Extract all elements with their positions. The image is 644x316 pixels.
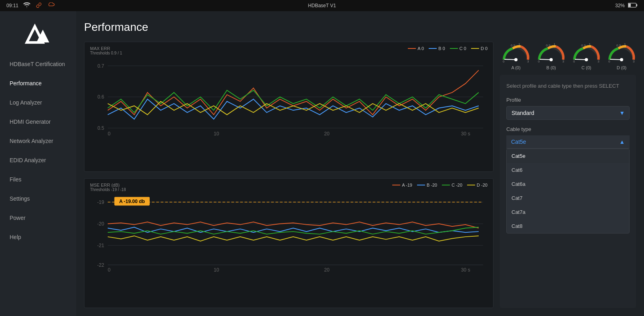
gauge-c: 0 0.9 1 3 C (0) — [570, 42, 602, 70]
legend-a-max: A 0 — [408, 46, 424, 51]
cable-type-list: Cat5e Cat6 Cat6a Cat7 Cat7a Cat8 — [506, 149, 630, 233]
cable-option-cat6a[interactable]: Cat6a — [507, 177, 629, 191]
chart-legend-max: A 0 B 0 C 0 — [408, 46, 488, 51]
cable-option-cat8[interactable]: Cat8 — [507, 219, 629, 233]
chart-title-mse: MSE ERR (dB) — [90, 183, 126, 187]
svg-point-31 — [514, 58, 518, 61]
chart-header-max: MAX ERR Thresholds 0.9 / 1 A 0 B 0 — [90, 46, 488, 55]
svg-rect-1 — [628, 3, 631, 7]
legend-c-mse: C -20 — [442, 183, 462, 187]
status-time: 09:11 — [6, 3, 18, 8]
svg-text:3: 3 — [562, 60, 564, 63]
max-err-chart: MAX ERR Thresholds 0.9 / 1 A 0 B 0 — [84, 42, 494, 172]
status-bar-right: 32% — [615, 3, 638, 9]
battery-icon — [628, 3, 638, 9]
svg-text:0.9: 0.9 — [581, 44, 586, 47]
profile-label: Profile — [506, 97, 630, 103]
profile-field: Profile Standard ▼ — [506, 97, 630, 120]
svg-text:0: 0 — [108, 131, 110, 137]
sidebar-item-settings[interactable]: Settings — [0, 189, 76, 208]
chart-legend-mse: A -19 B -20 C -20 — [392, 183, 488, 187]
status-bar-center: HDBaseT V1 — [308, 3, 336, 8]
svg-text:0: 0 — [608, 60, 610, 63]
profile-select-wrapper[interactable]: Standard ▼ — [506, 106, 630, 120]
sidebar-item-hdmi-generator[interactable]: HDMI Generator — [0, 112, 76, 131]
legend-d-mse: D -20 — [467, 183, 488, 187]
cable-option-cat7[interactable]: Cat7 — [507, 191, 629, 205]
svg-text:-21: -21 — [97, 243, 104, 248]
sidebar-item-files[interactable]: Files — [0, 170, 76, 189]
battery-level: 32% — [615, 3, 625, 8]
svg-text:0.7: 0.7 — [97, 63, 104, 69]
main-content: Performance MAX ERR Thresholds 0.9 / 1 — [76, 11, 644, 316]
chart-area-mse: -19 -20 -21 -22 0 10 20 30 s A -19.00 db — [90, 193, 488, 274]
svg-text:0.9: 0.9 — [546, 44, 551, 47]
sidebar-item-help[interactable]: Help — [0, 227, 76, 247]
svg-text:-20: -20 — [97, 221, 104, 227]
svg-text:20: 20 — [324, 267, 330, 272]
svg-text:0.6: 0.6 — [97, 94, 104, 100]
svg-text:30 s: 30 s — [461, 267, 470, 272]
chart-threshold-max: Thresholds 0.9 / 1 — [90, 51, 122, 55]
legend-d-max: D 0 — [471, 46, 488, 51]
app-body: HDBaseT Certification Performance Log An… — [0, 11, 644, 316]
svg-text:0: 0 — [538, 60, 540, 63]
sidebar-item-network-analyzer[interactable]: Network Analyzer — [0, 131, 76, 151]
svg-text:A -19.00 db: A -19.00 db — [119, 198, 145, 204]
svg-point-43 — [585, 58, 588, 61]
sidebar-item-log-analyzer[interactable]: Log Analyzer — [0, 93, 76, 112]
cable-option-cat6[interactable]: Cat6 — [507, 163, 629, 177]
svg-text:1: 1 — [518, 42, 520, 46]
profile-select[interactable]: Standard — [506, 106, 630, 120]
sidebar-item-edid-analyzer[interactable]: EDID Analyzer — [0, 151, 76, 170]
svg-text:0.5: 0.5 — [97, 125, 104, 131]
svg-text:1: 1 — [589, 42, 591, 46]
svg-text:3: 3 — [598, 60, 600, 63]
svg-line-48 — [610, 59, 622, 60]
sidebar-item-performance[interactable]: Performance — [0, 74, 76, 93]
svg-text:0.9: 0.9 — [511, 44, 516, 47]
gauge-d: 0 0.9 1 3 D (0) — [606, 42, 636, 70]
gauge-svg-a: 0 0.9 1 3 — [500, 42, 532, 64]
legend-c-max: C 0 — [450, 46, 466, 51]
cable-type-selected-value: Cat5e — [511, 139, 526, 145]
cable-option-cat7a[interactable]: Cat7a — [507, 205, 629, 219]
svg-text:20: 20 — [324, 131, 330, 137]
svg-text:3: 3 — [633, 60, 635, 63]
svg-text:0: 0 — [108, 267, 110, 272]
cable-type-field: Cable type Cat5e ▲ Cat5e Cat6 Cat6a — [506, 126, 630, 233]
chart-header-mse: MSE ERR (dB) Thresholds -19 / -18 A -19 … — [90, 183, 488, 192]
svg-text:3: 3 — [527, 60, 529, 63]
status-bar-left: 09:11 — [6, 2, 55, 9]
svg-text:1: 1 — [554, 42, 556, 46]
link-icon — [35, 2, 42, 9]
svg-line-42 — [575, 59, 586, 60]
gauge-a: 0 0.9 1 3 A (0) — [500, 42, 532, 70]
charts-panel: MAX ERR Thresholds 0.9 / 1 A 0 B 0 — [84, 42, 494, 308]
right-panel: 0 0.9 1 3 A (0) — [500, 42, 636, 308]
settings-hint: Select profile and cable type then press… — [506, 83, 630, 89]
svg-text:0.9: 0.9 — [616, 44, 621, 47]
legend-b-max: B 0 — [429, 46, 445, 51]
svg-text:1: 1 — [624, 42, 626, 46]
device-title: HDBaseT V1 — [308, 3, 336, 8]
svg-point-37 — [550, 58, 553, 61]
sidebar-item-hdbaset-certification[interactable]: HDBaseT Certification — [0, 54, 76, 74]
chart-area-max: 0.7 0.6 0.5 0 10 20 30 s — [90, 57, 488, 137]
svg-rect-2 — [636, 4, 638, 6]
gauge-label-d: D (0) — [617, 65, 626, 70]
svg-text:0: 0 — [573, 60, 575, 63]
sidebar: HDBaseT Certification Performance Log An… — [0, 11, 76, 316]
cable-type-header[interactable]: Cat5e ▲ — [506, 135, 630, 149]
chart-title-max: MAX ERR — [90, 46, 122, 51]
svg-line-36 — [540, 59, 551, 60]
cable-type-dropdown[interactable]: Cat5e ▲ Cat5e Cat6 Cat6a Cat7 Cat7a Cat8 — [506, 135, 630, 233]
sidebar-item-power[interactable]: Power — [0, 208, 76, 227]
cable-option-cat5e[interactable]: Cat5e — [507, 149, 629, 163]
gauge-label-c: C (0) — [582, 65, 591, 70]
wifi-icon — [23, 2, 30, 9]
gauge-svg-b: 0 0.9 1 3 — [535, 42, 567, 64]
status-bar: 09:11 HDBaseT V1 32% — [0, 0, 644, 11]
svg-text:-19: -19 — [97, 199, 104, 205]
cloud-icon — [47, 2, 55, 9]
